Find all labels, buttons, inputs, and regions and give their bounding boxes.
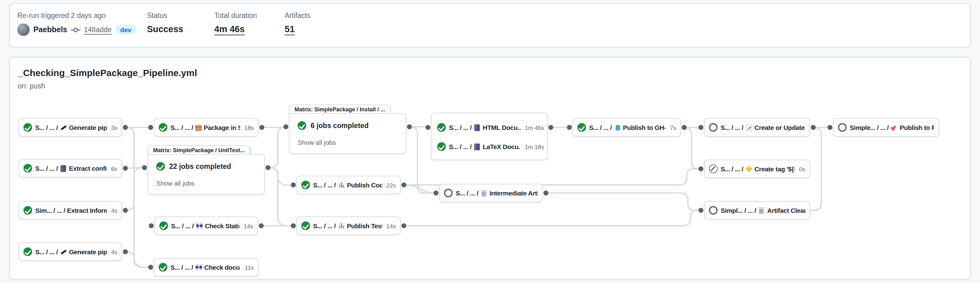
job-name: HTML Docu... <box>483 124 520 131</box>
status-label: Status <box>147 11 167 20</box>
job-node-create-tag[interactable]: S... / ... /Create tag '${{ in... 0s <box>704 160 810 178</box>
check-circle-icon <box>159 263 167 272</box>
job-prefix: S... / ... / <box>35 165 58 172</box>
pending-circle-icon <box>444 189 453 197</box>
job-node-generate-pipeline-a[interactable]: S... / ... /Generate pipelin... 3s <box>19 118 122 137</box>
rerun-label: Re-run triggered 2 days ago <box>17 11 106 20</box>
pipeline-graph-card: _Checking_SimplePackage_Pipeline.yml on:… <box>9 57 971 280</box>
job-name: Intermediate Artifa... <box>489 189 538 197</box>
pending-circle-icon <box>709 206 718 215</box>
job-prefix: S... / ... / <box>171 222 194 230</box>
job-name: LaTeX Docu... <box>483 143 520 150</box>
check-circle-icon <box>301 181 310 189</box>
artifacts-count-link[interactable]: 51 <box>285 24 294 34</box>
job-duration: 18s <box>244 124 254 131</box>
job-row-latex-documentation[interactable]: S... / ... /LaTeX Docu... 1m 18s <box>437 139 544 155</box>
package-icon <box>195 125 202 131</box>
check-circle-icon <box>159 221 168 230</box>
job-prefix: S... / ... / <box>35 124 58 131</box>
job-node-extract-information[interactable]: Sim... / ... /Extract Information 4s <box>19 201 122 220</box>
job-name: Generate pipelin... <box>69 124 107 131</box>
actor-name: Paebbels <box>33 26 67 34</box>
job-prefix: S... / ... / <box>313 222 336 230</box>
job-name: Create or Update R... <box>754 124 805 131</box>
show-all-jobs-link[interactable]: Show all jobs <box>298 139 336 146</box>
job-duration: 6s <box>111 165 117 172</box>
job-prefix: S... / ... / <box>170 264 193 271</box>
job-prefix: Sim... / ... / <box>35 206 65 214</box>
job-name: Publish to GH-P... <box>623 124 666 131</box>
check-circle-icon <box>24 248 32 256</box>
pending-circle-icon <box>838 123 846 132</box>
avatar <box>17 24 30 36</box>
job-duration: 3s <box>111 124 117 131</box>
eyes-icon <box>195 264 202 271</box>
check-circle-icon <box>301 221 310 230</box>
pen-icon <box>60 248 67 256</box>
notebook-icon <box>474 143 480 150</box>
job-prefix: Simpl... / ... / <box>721 206 756 214</box>
matrix-summary: 6 jobs completed <box>310 122 369 129</box>
job-duration: 11s <box>245 264 254 271</box>
job-name: Package in Sou... <box>204 124 240 131</box>
job-duration: 22s <box>386 182 396 189</box>
bar-chart-icon <box>337 181 345 189</box>
job-duration: 7s <box>670 124 676 131</box>
job-prefix: S... / ... / <box>721 165 743 173</box>
check-circle-icon <box>24 164 32 173</box>
job-prefix: S... / ... / <box>170 124 193 131</box>
job-duration: 14s <box>386 222 396 229</box>
job-duration: 14s <box>243 222 253 229</box>
job-name: Extract Information <box>67 206 107 214</box>
job-node-check-static-typing[interactable]: S... / ... /Check Static Ty... 14s <box>154 216 258 235</box>
job-node-package-in-source[interactable]: S... / ... /Package in Sou... 18s <box>154 118 259 137</box>
job-name: Check Static Ty... <box>205 222 239 230</box>
trash-icon <box>481 191 486 197</box>
books-icon <box>616 125 620 131</box>
job-duration: 1m 18s <box>525 143 544 150</box>
branch-badge[interactable]: dev <box>115 25 136 35</box>
job-prefix: S... / ... / <box>721 124 743 131</box>
duration-value-link[interactable]: 4m 46s <box>214 24 245 34</box>
job-node-publish-test-results[interactable]: S... / ... /Publish Test Re... 14s <box>296 216 401 235</box>
job-name: Check docume... <box>204 264 240 271</box>
job-node-generate-pipeline-b[interactable]: S... / ... /Generate pipelin... 4s <box>19 243 122 261</box>
job-node-publish-to-pypi[interactable]: Simple... / ... /Publish to PyPI <box>833 118 939 137</box>
job-node-publish-code-coverage[interactable]: S... / ... /Publish Code C... 22s <box>296 176 401 194</box>
check-circle-icon <box>24 123 32 132</box>
job-prefix: S... / ... / <box>313 181 336 189</box>
status-value: Success <box>147 24 183 34</box>
job-prefix: S... / ... / <box>456 189 478 197</box>
show-all-jobs-link[interactable]: Show all jobs <box>156 179 194 187</box>
notebook-icon <box>60 165 66 172</box>
check-circle-icon <box>159 123 167 132</box>
job-node-check-documentation[interactable]: S... / ... /Check docume... 11s <box>154 258 259 277</box>
job-node-intermediate-artifacts[interactable]: S... / ... /Intermediate Artifa... <box>439 184 543 202</box>
job-duration: 4s <box>111 207 117 214</box>
job-prefix: S... / ... / <box>589 124 612 131</box>
matrix-summary: 22 jobs completed <box>169 163 231 170</box>
job-prefix: S... / ... / <box>35 248 58 256</box>
job-row-html-documentation[interactable]: S... / ... /HTML Docu... 1m 46s <box>437 119 544 136</box>
job-duration: 4s <box>111 248 117 255</box>
tag-icon <box>745 165 752 173</box>
job-node-extract-configuration[interactable]: S... / ... /Extract configur... 6s <box>19 159 122 177</box>
check-circle-icon <box>437 142 446 151</box>
job-node-create-or-update-release[interactable]: S... / ... /Create or Update R... <box>704 118 810 137</box>
job-name: Artifact Cleanup <box>767 206 805 214</box>
job-node-publish-to-gh-pages[interactable]: S... / ... /Publish to GH-P... 7s <box>573 118 681 137</box>
job-node-artifact-cleanup[interactable]: Simpl... / ... /Artifact Cleanup <box>704 201 810 220</box>
job-name: Extract configur... <box>69 165 107 172</box>
check-circle-icon <box>578 123 586 132</box>
check-circle-icon <box>156 162 165 171</box>
memo-icon <box>746 124 751 131</box>
commit-sha-link[interactable]: 148adde <box>84 26 112 34</box>
git-commit-icon <box>71 25 80 34</box>
eyes-icon <box>196 222 203 230</box>
trash-icon <box>759 208 764 214</box>
job-duration: 0s <box>799 165 805 172</box>
artifacts-label: Artifacts <box>285 11 310 20</box>
job-name: Create tag '${{ in... <box>754 165 795 173</box>
documentation-group-card[interactable]: S... / ... /HTML Docu... 1m 46s S... / .… <box>431 113 548 160</box>
notebook-icon <box>474 124 480 131</box>
